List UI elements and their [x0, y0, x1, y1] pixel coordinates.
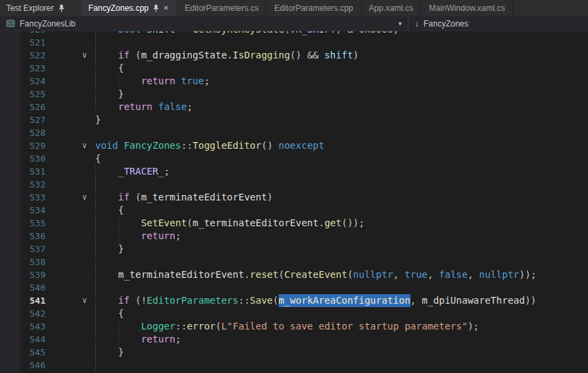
- line-number[interactable]: 535: [0, 217, 46, 230]
- indent-guide: [95, 217, 118, 230]
- fold-collapse-icon[interactable]: ∨: [46, 49, 95, 62]
- pin-icon[interactable]: [153, 4, 159, 12]
- code-token: (: [273, 295, 278, 306]
- line-number[interactable]: 542: [0, 307, 46, 320]
- line-number[interactable]: 537: [0, 243, 46, 255]
- tab-fancyzones-cpp[interactable]: FancyZones.cpp×: [81, 0, 177, 16]
- code-line[interactable]: 542{: [0, 307, 588, 320]
- fold-margin: [46, 178, 95, 191]
- code-token: {: [118, 63, 124, 73]
- line-number[interactable]: 530: [0, 152, 46, 165]
- code-line[interactable]: 540: [0, 281, 588, 294]
- line-number[interactable]: 525: [0, 88, 46, 101]
- code-line[interactable]: 535SetEvent(m_terminateEditorEvent.get()…: [0, 217, 588, 230]
- line-number[interactable]: 539: [0, 268, 46, 281]
- code-line[interactable]: 529∨void FancyZones::ToggleEditor() noex…: [0, 139, 588, 152]
- code-text: return;: [95, 230, 588, 243]
- indent-guide: [95, 101, 118, 113]
- tab-label: EditorParameters.cpp: [274, 3, 353, 13]
- code-line[interactable]: 544return;: [0, 333, 588, 346]
- line-number[interactable]: 532: [0, 178, 46, 191]
- code-line[interactable]: 538: [0, 255, 588, 268]
- code-line[interactable]: 531_TRACER_;: [0, 165, 588, 178]
- code-line[interactable]: 541∨if (!EditorParameters::Save(m_workAr…: [0, 294, 588, 307]
- code-token: return: [141, 230, 175, 241]
- code-line[interactable]: 537}: [0, 243, 588, 255]
- code-line[interactable]: 530{: [0, 152, 588, 165]
- code-text: Logger::error(L"Failed to save editor st…: [95, 320, 588, 333]
- line-number[interactable]: 536: [0, 230, 46, 243]
- code-editor[interactable]: 520bool shift = GetAsyncKeyState(VK_SHIF…: [0, 31, 588, 373]
- line-number[interactable]: 524: [0, 75, 46, 88]
- line-number[interactable]: 520: [0, 31, 46, 36]
- code-token: ToggleEditor: [192, 140, 261, 151]
- code-token: {: [95, 153, 101, 164]
- code-text: [95, 178, 588, 191]
- code-line[interactable]: 523{: [0, 62, 588, 75]
- code-line[interactable]: 521: [0, 36, 588, 49]
- tab-editorparameters-cpp[interactable]: EditorParameters.cpp: [266, 0, 361, 16]
- code-line[interactable]: 520bool shift = GetAsyncKeyState(VK_SHIF…: [0, 31, 588, 36]
- line-number[interactable]: 531: [0, 165, 46, 178]
- line-number[interactable]: 538: [0, 255, 46, 268]
- code-line[interactable]: 522∨if (m_draggingState.IsDragging() && …: [0, 49, 588, 62]
- code-line[interactable]: 527}: [0, 113, 588, 126]
- indent-guide: [95, 320, 118, 333]
- line-number[interactable]: 527: [0, 113, 46, 126]
- code-line[interactable]: 525}: [0, 88, 588, 101]
- code-line[interactable]: 545}: [0, 346, 588, 359]
- tab-editorparameters-cs[interactable]: EditorParameters.cs: [177, 0, 267, 16]
- code-token: (: [130, 192, 141, 202]
- tab-mainwindow-xaml-cs[interactable]: MainWindow.xaml.cs: [421, 0, 513, 16]
- line-number[interactable]: 529: [0, 139, 46, 152]
- fold-margin: [46, 268, 95, 281]
- code-line[interactable]: 533∨if (m_terminateEditorEvent): [0, 191, 588, 204]
- line-number[interactable]: 545: [0, 346, 46, 359]
- tab-app-xaml-cs[interactable]: App.xaml.cs: [362, 0, 421, 16]
- line-number[interactable]: 541: [0, 294, 46, 307]
- line-number[interactable]: 528: [0, 126, 46, 139]
- line-number[interactable]: 523: [0, 62, 46, 75]
- pin-icon[interactable]: [58, 4, 65, 12]
- line-number[interactable]: 546: [0, 359, 46, 372]
- code-token: ::: [239, 295, 250, 306]
- code-token: ;: [164, 166, 169, 177]
- line-number[interactable]: 544: [0, 333, 46, 346]
- code-token: 0x8000: [359, 31, 394, 35]
- close-icon[interactable]: ×: [163, 4, 169, 12]
- code-token: =: [175, 31, 192, 35]
- fold-collapse-icon[interactable]: ∨: [46, 139, 95, 152]
- chevron-down-icon[interactable]: ▾: [398, 20, 402, 27]
- code-token: )): [525, 295, 536, 306]
- code-text: _TRACER_;: [95, 165, 588, 178]
- code-token: if: [118, 50, 130, 60]
- scope-dropdown[interactable]: ↓ FancyZones: [408, 16, 588, 31]
- indent-guide: [95, 178, 118, 191]
- code-line[interactable]: 534{: [0, 204, 588, 217]
- line-number[interactable]: 522: [0, 49, 46, 62]
- tab-label: FancyZones.cpp: [88, 3, 149, 13]
- line-number[interactable]: 543: [0, 320, 46, 333]
- code-line[interactable]: 528: [0, 126, 588, 139]
- code-line[interactable]: 543Logger::error(L"Failed to save editor…: [0, 320, 588, 333]
- code-line[interactable]: 526return false;: [0, 101, 588, 113]
- code-line[interactable]: 524return true;: [0, 75, 588, 88]
- code-line[interactable]: 536return;: [0, 230, 588, 243]
- line-number[interactable]: 526: [0, 101, 46, 113]
- code-token: (!: [130, 295, 147, 306]
- code-text: }: [95, 243, 588, 255]
- code-line[interactable]: 546: [0, 359, 588, 372]
- code-line[interactable]: 532: [0, 178, 588, 191]
- project-dropdown[interactable]: FancyZonesLib ▾: [0, 16, 408, 31]
- line-number[interactable]: 521: [0, 36, 46, 49]
- code-line[interactable]: 539m_terminateEditorEvent.reset(CreateEv…: [0, 268, 588, 281]
- line-number[interactable]: 534: [0, 204, 46, 217]
- line-number[interactable]: 540: [0, 281, 46, 294]
- fold-collapse-icon[interactable]: ∨: [46, 294, 95, 307]
- code-token: m_dpiUnawareThread: [421, 295, 525, 306]
- tab-test-explorer[interactable]: Test Explorer: [0, 0, 71, 16]
- line-number[interactable]: 533: [0, 191, 46, 204]
- code-token: ());: [341, 217, 364, 228]
- fold-collapse-icon[interactable]: ∨: [46, 191, 95, 204]
- code-token: true: [404, 269, 428, 280]
